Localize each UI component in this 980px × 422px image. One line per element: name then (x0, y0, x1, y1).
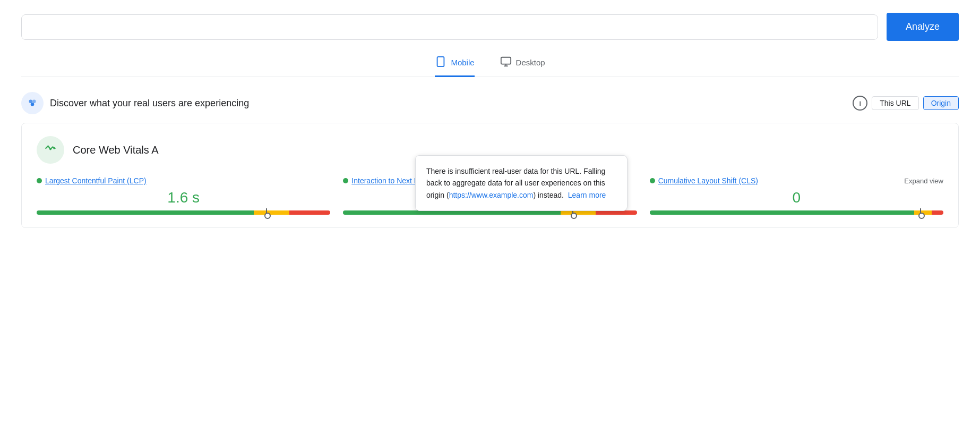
lcp-bar-red (289, 210, 330, 215)
lcp-bar-green (37, 210, 254, 215)
section-title: Discover what your real users are experi… (50, 98, 249, 109)
lcp-dot (37, 178, 42, 183)
lcp-bar-segments (37, 210, 330, 215)
cwv-icon-circle (37, 136, 64, 164)
svg-point-10 (49, 148, 51, 150)
tab-mobile-label: Mobile (451, 58, 474, 67)
tooltip-popup: There is insufficient real-user data for… (415, 155, 627, 211)
cls-bar (650, 210, 943, 215)
metric-lcp: Largest Contentful Paint (LCP) 1.6 s (37, 176, 330, 215)
mobile-icon (435, 56, 446, 69)
lcp-bar-orange (254, 210, 289, 215)
page-wrapper: https://www.example.com/page1 Analyze Mo… (0, 0, 980, 241)
section-header: Discover what your real users are experi… (21, 92, 959, 114)
svg-rect-2 (501, 57, 510, 64)
cls-label[interactable]: Cumulative Layout Shift (CLS) (650, 176, 943, 185)
this-url-button[interactable]: This URL (872, 96, 918, 110)
inp-bar-red (596, 210, 637, 215)
inp-dot (343, 178, 348, 183)
lcp-marker (266, 208, 267, 217)
url-input-wrapper: https://www.example.com/page1 (21, 14, 878, 40)
learn-more-link[interactable]: Learn more (568, 191, 606, 199)
cwv-icon (43, 141, 58, 159)
url-input[interactable]: https://www.example.com/page1 (31, 22, 868, 32)
tab-desktop-label: Desktop (516, 58, 545, 67)
svg-point-6 (32, 100, 36, 104)
inp-bar-green (343, 210, 560, 215)
cls-bar-green (650, 210, 914, 215)
tooltip-text-2: ) instead. (533, 191, 564, 199)
inp-bar (343, 210, 637, 215)
inp-bar-orange (561, 210, 596, 215)
section-title-area: Discover what your real users are experi… (21, 92, 249, 114)
cls-label-text: Cumulative Layout Shift (CLS) (658, 176, 758, 185)
lcp-bar (37, 210, 330, 215)
url-row: https://www.example.com/page1 Analyze (21, 13, 959, 41)
lcp-value: 1.6 s (37, 189, 330, 206)
section-icon-circle (21, 92, 44, 114)
svg-point-9 (53, 147, 55, 149)
cls-bar-red (932, 210, 943, 215)
main-card: Core Web Vitals A There is insufficient … (21, 123, 959, 228)
origin-button[interactable]: Origin (923, 96, 959, 110)
cls-value: 0 (650, 189, 943, 206)
cls-bar-segments (650, 210, 943, 215)
cwv-title: Core Web Vitals A (73, 144, 159, 156)
tooltip-link[interactable]: https://www.example.com (449, 191, 534, 199)
tab-mobile[interactable]: Mobile (435, 56, 474, 77)
expand-view-button[interactable]: Expand view (904, 177, 943, 185)
analyze-button[interactable]: Analyze (887, 13, 959, 41)
inp-bar-segments (343, 210, 637, 215)
url-origin-toggle: i This URL Origin (853, 96, 959, 111)
tab-desktop[interactable]: Desktop (500, 56, 545, 77)
cls-dot (650, 178, 655, 183)
svg-point-7 (31, 103, 35, 106)
lcp-label[interactable]: Largest Contentful Paint (LCP) (37, 176, 330, 185)
cls-marker (920, 208, 921, 217)
info-icon[interactable]: i (853, 96, 867, 111)
metric-cls: Cumulative Layout Shift (CLS) 0 (650, 176, 943, 215)
desktop-icon (500, 56, 512, 69)
svg-point-5 (29, 100, 33, 104)
svg-rect-0 (437, 57, 444, 66)
tabs-row: Mobile Desktop (21, 56, 959, 77)
lcp-label-text: Largest Contentful Paint (LCP) (45, 176, 147, 185)
